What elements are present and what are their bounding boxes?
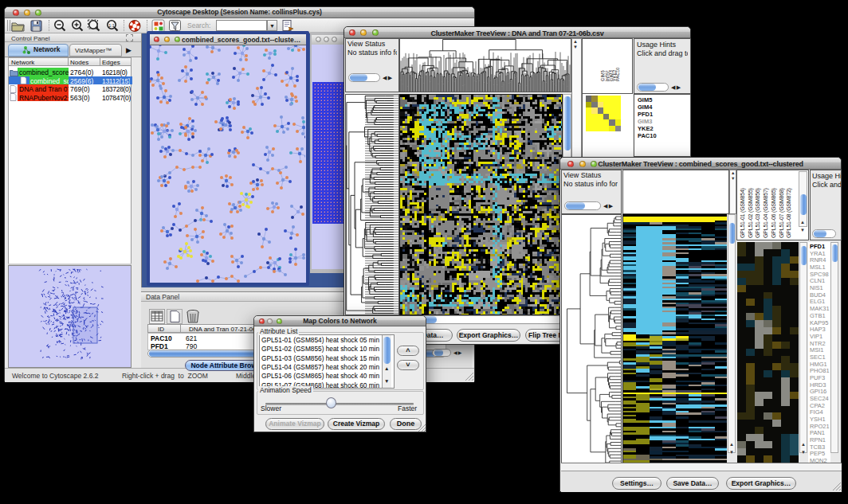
svg-text:1:1: 1:1 xyxy=(108,23,115,28)
